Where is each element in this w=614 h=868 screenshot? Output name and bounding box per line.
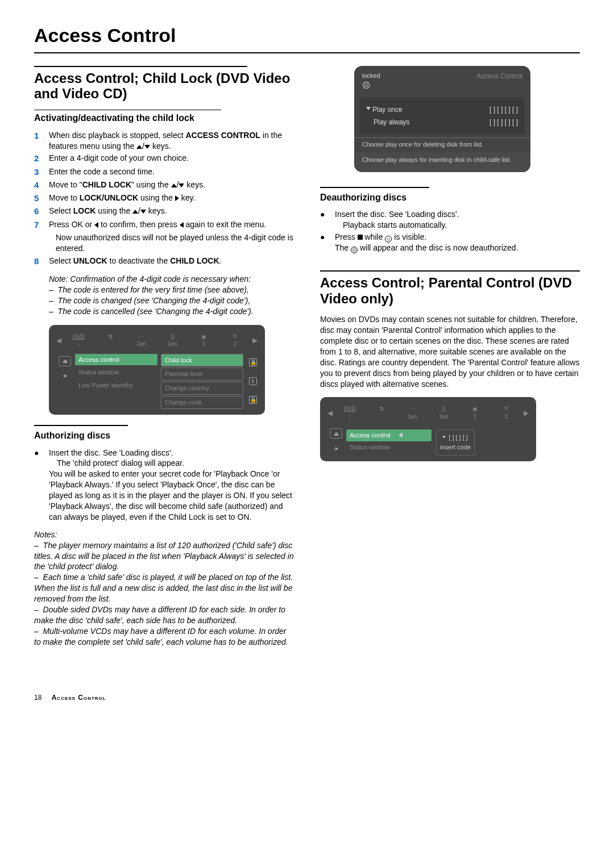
menu-item: Parental level [161, 368, 243, 381]
tab-audio-icon: )) [171, 333, 175, 340]
notes-block: Notes: – The player memory maintains a l… [34, 529, 294, 648]
tab-dvd-icon: DVD [73, 333, 85, 340]
tab-zoom-icon: ⇱ [504, 406, 509, 412]
section-heading-child-lock: Access Control; Child Lock (DVD Video an… [34, 70, 294, 102]
menu-item: Change country [161, 382, 243, 395]
up-arrow-icon [171, 183, 177, 187]
left-column: Access Control; Child Lock (DVD Video an… [34, 66, 294, 648]
step-num: 1 [34, 130, 49, 152]
step-num: 8 [34, 256, 49, 267]
safe-face-icon: ☺ [385, 236, 392, 243]
right-column: locked☹ Access Control Play once[ ] [ ] … [320, 66, 580, 648]
screenshot-child-protect-dialog: locked☹ Access Control Play once[ ] [ ] … [354, 66, 530, 172]
marker-icon [366, 107, 371, 110]
sad-face-icon: ☹ [362, 81, 371, 90]
sub-heading-deauthorizing: Deauthorizing discs [320, 191, 580, 204]
section-heading-parental-control: Access Control; Parental Control (DVD Vi… [320, 275, 580, 306]
page-number: 18 [34, 693, 42, 702]
tab-angle-icon: ◉ [201, 333, 206, 340]
screenshot-parental-control-menu: ◀ DVD↓ ⇅ ⋯1en ))1en ◉1 ⇱2 ▶ ⏏ 🕩 [320, 397, 536, 461]
step-num: 2 [34, 153, 49, 164]
tab-dvd-icon: DVD [344, 406, 356, 412]
step-num: 6 [34, 206, 49, 217]
page-footer: 18 Access Control [34, 693, 580, 702]
footer-title: Access Control [52, 694, 106, 702]
sad-face-icon: ☹ [351, 247, 358, 253]
eject-icon: ⏏ [330, 428, 342, 439]
parental-control-body: Movies on DVDs may contain scenes not su… [320, 314, 580, 389]
down-arrow-icon [144, 145, 150, 149]
title-rule [34, 52, 580, 53]
up-arrow-icon [136, 145, 142, 149]
sub-heading-authorizing: Authorizing discs [34, 429, 294, 442]
left-arrow-icon [180, 222, 184, 228]
step-num: 5 [34, 193, 49, 204]
updown-icon: ⇕ [249, 377, 257, 385]
down-arrow-icon [140, 210, 146, 214]
unlock-icon: 🔓 [249, 396, 257, 404]
tab-subtitle-icon: ⋯ [139, 333, 144, 340]
activation-steps: 1 When disc playback is stopped, select … [34, 130, 294, 267]
eject-icon: ⏏ [59, 356, 71, 366]
tab-zoom-icon: ⇱ [233, 333, 238, 340]
tab-audio-icon: )) [442, 406, 446, 412]
menu-item: Change code [161, 396, 243, 409]
up-arrow-icon [132, 210, 138, 214]
menu-item: Access control [346, 429, 432, 441]
menu-item: Access control [75, 354, 157, 366]
screenshot-features-menu: ◀ DVD↓ ⇅ ⋯1en ))1en ◉1 ⇱2 ▶ ⏏ 🕩 [49, 325, 265, 415]
tab-person-icon: ⇅ [108, 333, 113, 340]
menu-item: Child lock [161, 354, 243, 367]
tab-angle-icon: ◉ [472, 406, 478, 412]
menu-item: Status window [75, 366, 157, 378]
step-num: 3 [34, 166, 49, 178]
sub-heading-activating: Activating/deactivating the child lock [34, 112, 294, 124]
lock-icon: 🔒 [249, 358, 257, 366]
authorizing-bullets: ● Insert the disc. See 'Loading discs'. … [34, 448, 294, 523]
speaker-icon: 🕩 [330, 443, 342, 453]
step-num: 7 [34, 219, 49, 231]
tab-person-icon: ⇅ [379, 406, 384, 412]
tab-subtitle-icon: ⋯ [410, 406, 416, 412]
page-title: Access Control [34, 23, 580, 49]
menu-item: Status window [346, 441, 432, 453]
step-num: 4 [34, 180, 49, 191]
down-arrow-icon [179, 183, 184, 187]
stop-icon [358, 235, 363, 240]
deauthorizing-bullets: ● Insert the disc. See 'Loading discs'. … [320, 209, 580, 253]
menu-item: Low Power standby [75, 379, 157, 391]
speaker-icon: 🕩 [59, 371, 71, 381]
left-arrow-icon [399, 432, 403, 438]
right-arrow-icon [175, 195, 179, 201]
note-block: Note: Confirmation of the 4-digit code i… [34, 274, 294, 317]
